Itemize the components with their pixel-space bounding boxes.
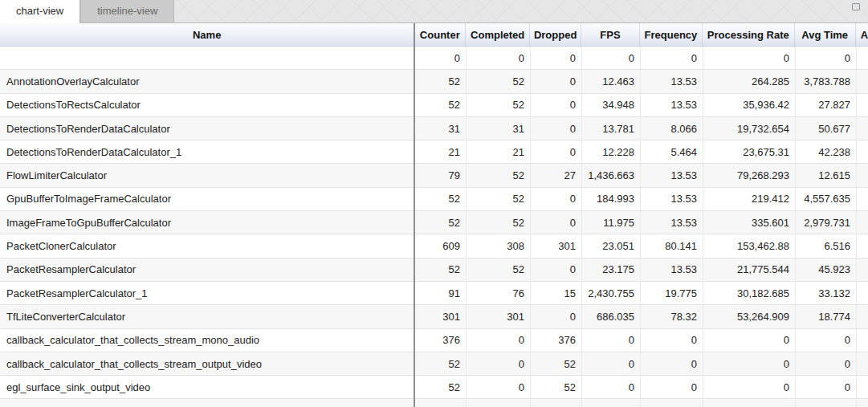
cell-frequency: 0 [641,376,703,398]
cell-avg-time: 0 [796,352,857,375]
column-split-divider[interactable] [414,23,415,407]
cell-name: PacketClonerCalculator [0,234,415,257]
cell-dropped: 15 [531,282,582,304]
cell-fps: 686.035 [582,305,641,328]
column-header-completed[interactable]: Completed [466,23,530,46]
cell-counter: 52 [415,399,467,407]
column-header-dropped[interactable]: Dropped [530,23,581,46]
tab-timeline-view[interactable]: timeline-view [80,0,174,23]
stats-table: Name Counter Completed Dropped FPS Frequ… [0,23,868,407]
column-header-fps[interactable]: FPS [581,23,640,46]
cell-processing-rate: 23,675.31 [703,140,796,163]
cell-truncated [857,47,868,69]
cell-completed: 76 [467,282,531,304]
cell-frequency: 13.53 [641,188,703,210]
cell-processing-rate: 153,462.88 [703,234,796,257]
cell-counter: 52 [415,376,467,398]
cell-name: AnnotationOverlayCalculator [0,70,415,92]
cell-processing-rate: 30,182.685 [703,282,796,304]
cell-frequency: 78.32 [641,305,703,328]
cell-frequency: 13.53 [641,258,703,281]
cell-completed: 308 [467,234,531,257]
cell-completed: 52 [467,258,531,281]
cell-frequency: 0 [641,352,703,375]
table-header: Name Counter Completed Dropped FPS Frequ… [0,23,868,47]
cell-completed: 52 [467,188,531,210]
cell-frequency: 80.141 [641,234,703,257]
cell-counter: 609 [415,234,467,257]
cell-avg-time: 4,557.635 [796,188,857,210]
column-header-truncated[interactable]: A [856,23,868,46]
cell-processing-rate: 335.601 [703,211,796,234]
cell-counter: 91 [415,282,467,304]
cell-truncated [857,94,868,116]
column-header-processing-rate[interactable]: Processing Rate [703,23,795,46]
cell-avg-time: 50.677 [796,117,857,140]
cell-avg-time: 30.077 [796,399,857,407]
cell-processing-rate: 33,248.982 [703,399,796,407]
cell-completed: 301 [467,305,531,328]
cell-completed: 21 [467,140,531,163]
cell-name: GpuBufferToImageFrameCalculator [0,188,415,210]
table-row: FlowLimiterCalculator 79 52 27 1,436.663… [0,164,868,187]
cell-fps: 35.371 [582,399,641,407]
cell-dropped: 0 [531,399,582,407]
cell-fps: 12.228 [582,140,641,163]
cell-name: frontalblazefacegpuvsubgraph__DetectionL… [0,399,415,407]
column-header-counter[interactable]: Counter [414,23,466,46]
cell-fps: 34.948 [582,94,641,116]
cell-truncated [857,399,868,407]
cell-fps: 0 [582,376,641,398]
cell-avg-time: 0 [796,376,857,398]
cell-frequency: 8.066 [641,117,703,140]
maximize-icon[interactable] [852,3,860,10]
table-row: DetectionsToRenderDataCalculator 31 31 0… [0,117,868,140]
table-row: PacketResamplerCalculator_1 91 76 15 2,4… [0,282,868,305]
cell-name: callback_calculator_that_collects_stream… [0,352,415,375]
column-header-name[interactable]: Name [0,23,414,46]
cell-fps: 0 [582,47,641,69]
cell-fps: 0 [582,329,641,352]
cell-avg-time: 45.923 [796,258,857,281]
cell-name: DetectionsToRenderDataCalculator [0,117,415,140]
cell-truncated [857,117,868,140]
cell-completed: 52 [467,70,531,92]
cell-completed: 52 [467,94,531,116]
cell-truncated [857,211,868,234]
cell-dropped: 52 [531,352,582,375]
cell-processing-rate: 19,732.654 [703,117,796,140]
table-row: PacketResamplerCalculator 52 52 0 23.175… [0,258,868,282]
table-row: GpuBufferToImageFrameCalculator 52 52 0 … [0,188,868,211]
cell-name: FlowLimiterCalculator [0,164,415,186]
cell-dropped: 0 [531,47,582,69]
cell-counter: 31 [415,117,467,140]
table-body: 0 0 0 0 0 0 0 AnnotationOverlayCalculato… [0,47,868,407]
cell-dropped: 0 [531,305,582,328]
cell-name: DetectionsToRectsCalculator [0,94,415,116]
cell-name: ImageFrameToGpuBufferCalculator [0,211,415,234]
cell-processing-rate: 0 [703,47,796,69]
column-header-avg-time[interactable]: Avg Time [795,23,856,46]
cell-dropped: 0 [531,117,582,140]
cell-truncated [857,329,868,352]
cell-frequency: 13.53 [641,164,703,186]
cell-avg-time: 33.132 [796,282,857,304]
cell-truncated [857,352,868,375]
cell-completed: 52 [467,399,531,407]
cell-frequency: 13.53 [641,211,703,234]
cell-completed: 0 [467,352,531,375]
cell-processing-rate: 0 [703,329,796,352]
tab-chart-view[interactable]: chart-view [0,0,80,23]
cell-truncated [857,234,868,257]
table-row: frontalblazefacegpuvsubgraph__DetectionL… [0,399,868,407]
cell-fps: 184.993 [582,188,641,210]
cell-counter: 376 [415,329,467,352]
cell-completed: 52 [467,164,531,186]
column-header-frequency[interactable]: Frequency [640,23,703,46]
cell-fps: 11.975 [582,211,641,234]
table-row: TfLiteConverterCalculator 301 301 0 686.… [0,305,868,328]
cell-avg-time: 6.516 [796,234,857,257]
cell-frequency: 13.53 [641,94,703,116]
cell-name: callback_calculator_that_collects_stream… [0,329,415,352]
cell-counter: 52 [415,211,467,234]
